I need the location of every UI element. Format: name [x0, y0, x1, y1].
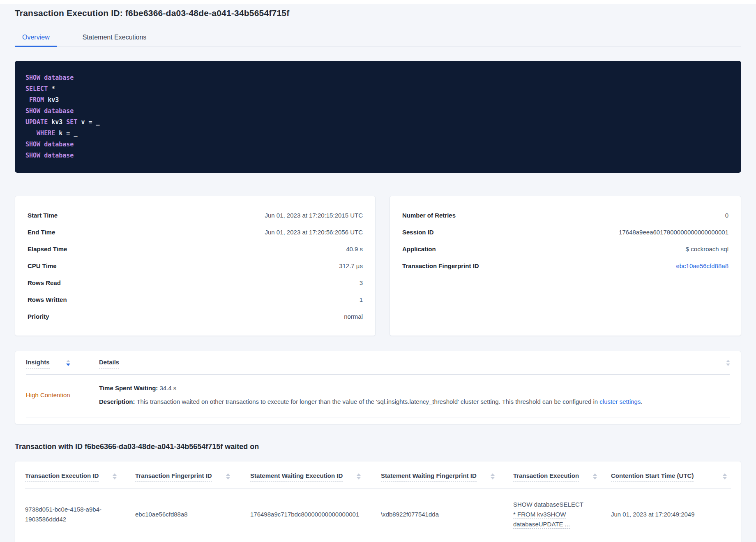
- time-spent-waiting: Time Spent Waiting: 34.4 s: [99, 384, 730, 392]
- cell-contention-start-time: Jun 01, 2023 at 17:20:49:2049: [611, 510, 731, 519]
- summary-row: Prioritynormal: [28, 308, 363, 325]
- insight-row: High Contention Time Spent Waiting: 34.4…: [26, 375, 730, 417]
- insight-description: Description: This transaction waited on …: [99, 398, 730, 405]
- summary-label: Start Time: [28, 212, 58, 219]
- summary-row: Application$ cockroach sql: [402, 241, 728, 257]
- sql-line: SHOW database: [25, 139, 731, 150]
- transaction-execution-link[interactable]: SHOW databaseSELECT * FROM kv3SHOW datab…: [513, 500, 586, 529]
- summary-row: CPU Time312.7 µs: [28, 257, 363, 274]
- summary-label: Priority: [28, 313, 49, 320]
- summary-cards: Start TimeJun 01, 2023 at 17:20:15:2015 …: [15, 196, 741, 336]
- summary-label: Rows Written: [28, 296, 67, 303]
- waited-on-table-row: 9738d051-bc0e-4158-a9b4-1903586ddd42 ebc…: [25, 489, 731, 542]
- column-header-transaction-execution[interactable]: Transaction Execution: [513, 472, 579, 482]
- summary-value: normal: [344, 313, 363, 320]
- cell-statement-waiting-execution-id: 176498a9c717bdc80000000000000001: [250, 510, 381, 519]
- summary-label: Session ID: [402, 229, 434, 236]
- summary-row: Rows Read3: [28, 274, 363, 291]
- time-spent-waiting-label: Time Spent Waiting:: [99, 384, 158, 391]
- cell-transaction-fingerprint-id: ebc10ae56cfd88a8: [135, 510, 250, 519]
- summary-row: Elapsed Time40.9 s: [28, 241, 363, 257]
- sql-line: SELECT *: [25, 83, 731, 95]
- time-spent-waiting-value: 34.4 s: [158, 384, 176, 391]
- cell-transaction-execution: SHOW databaseSELECT * FROM kv3SHOW datab…: [513, 500, 611, 529]
- column-header-statement-waiting-execution-id[interactable]: Statement Waiting Execution ID: [250, 472, 343, 482]
- transaction-fingerprint-link[interactable]: ebc10ae56cfd88a8: [676, 262, 728, 269]
- tab-overview[interactable]: Overview: [15, 30, 57, 46]
- summary-label: Number of Retries: [402, 212, 456, 219]
- sort-icon[interactable]: [593, 473, 597, 479]
- description-label: Description:: [99, 398, 135, 405]
- waited-on-table: Transaction Execution IDTransaction Fing…: [15, 461, 741, 542]
- summary-value: 312.7 µs: [339, 262, 363, 269]
- insights-table-header: Insights Details: [26, 351, 730, 375]
- summary-label: CPU Time: [28, 262, 57, 269]
- cell-transaction-execution-id: 9738d051-bc0e-4158-a9b4-1903586ddd42: [25, 505, 135, 524]
- tab-bar: Overview Statement Executions: [15, 30, 741, 47]
- summary-label: End Time: [28, 229, 55, 236]
- description-text: This transaction waited on other transac…: [135, 398, 600, 405]
- summary-value: Jun 01, 2023 at 17:20:56:2056 UTC: [265, 229, 363, 236]
- sql-line: FROM kv3: [25, 95, 731, 106]
- transaction-times-card: Start TimeJun 01, 2023 at 17:20:15:2015 …: [15, 196, 376, 336]
- summary-row: Rows Written1: [28, 291, 363, 308]
- summary-value: 40.9 s: [346, 246, 363, 252]
- insight-details-cell: Time Spent Waiting: 34.4 s Description: …: [99, 384, 730, 405]
- column-header-transaction-fingerprint-id[interactable]: Transaction Fingerprint ID: [135, 472, 212, 482]
- sort-icon[interactable]: [726, 360, 730, 366]
- sql-line: SHOW database: [25, 72, 731, 83]
- description-period: .: [641, 398, 642, 405]
- summary-label: Elapsed Time: [28, 246, 67, 252]
- sort-icon[interactable]: [723, 473, 727, 479]
- column-header-insights[interactable]: Insights: [26, 359, 50, 368]
- sort-icon[interactable]: [357, 473, 361, 479]
- summary-label: Transaction Fingerprint ID: [402, 262, 479, 269]
- page-title: Transaction Execution ID: f6be6366-da03-…: [15, 8, 741, 18]
- sql-line: WHERE k = _: [25, 128, 731, 139]
- summary-value: 3: [360, 279, 363, 286]
- summary-row: Session ID17648a9eea60178000000000000000…: [402, 224, 728, 241]
- waited-on-heading: Transaction with ID f6be6366-da03-48de-a…: [15, 442, 741, 451]
- cluster-settings-link[interactable]: cluster settings: [599, 398, 641, 405]
- sort-icon[interactable]: [113, 473, 117, 479]
- sort-descending-icon[interactable]: [66, 360, 70, 366]
- waited-on-table-header: Transaction Execution IDTransaction Fing…: [25, 461, 731, 489]
- insights-table: Insights Details High Contention Time Sp…: [15, 351, 741, 424]
- tab-statement-executions[interactable]: Statement Executions: [75, 30, 154, 46]
- sql-line: UPDATE kv3 SET v = _: [25, 117, 731, 128]
- transaction-execution-id-value: 9738d051-bc0e-4158-a9b4-1903586ddd42: [25, 505, 111, 524]
- sql-line: SHOW database: [25, 106, 731, 117]
- summary-row: Number of Retries0: [402, 207, 728, 224]
- summary-value: Jun 01, 2023 at 17:20:15:2015 UTC: [265, 212, 363, 219]
- cell-statement-waiting-fingerprint-id: \xdb8922f077541dda: [381, 510, 513, 519]
- sql-line: SHOW database: [25, 150, 731, 161]
- summary-row: Transaction Fingerprint IDebc10ae56cfd88…: [402, 257, 728, 274]
- column-header-contention-start-time-utc[interactable]: Contention Start Time (UTC): [611, 472, 694, 482]
- sort-icon[interactable]: [226, 473, 230, 479]
- sql-statements-box: SHOW databaseSELECT * FROM kv3SHOW datab…: [15, 61, 741, 173]
- summary-value: 0: [725, 212, 728, 219]
- summary-row: Start TimeJun 01, 2023 at 17:20:15:2015 …: [28, 207, 363, 224]
- column-header-statement-waiting-fingerprint-id[interactable]: Statement Waiting Fingerprint ID: [381, 472, 477, 482]
- summary-value: $ cockroach sql: [686, 246, 728, 252]
- column-header-details[interactable]: Details: [99, 359, 119, 368]
- sort-icon[interactable]: [491, 473, 495, 479]
- summary-value: 17648a9eea6017800000000000000001: [619, 229, 728, 236]
- summary-label: Application: [402, 246, 436, 252]
- column-header-transaction-execution-id[interactable]: Transaction Execution ID: [25, 472, 99, 482]
- summary-value: 1: [360, 296, 363, 303]
- transaction-details-page: Transaction Execution ID: f6be6366-da03-…: [0, 0, 756, 542]
- high-contention-badge: High Contention: [26, 391, 99, 398]
- summary-label: Rows Read: [28, 279, 61, 286]
- session-details-card: Number of Retries0Session ID17648a9eea60…: [390, 196, 741, 336]
- summary-row: End TimeJun 01, 2023 at 17:20:56:2056 UT…: [28, 224, 363, 241]
